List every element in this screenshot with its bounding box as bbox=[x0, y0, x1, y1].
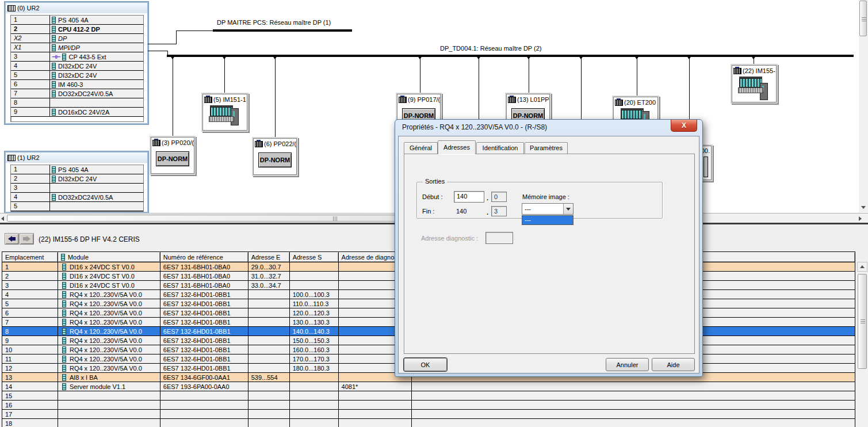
bus-tap-icon bbox=[526, 55, 531, 59]
table-cell: 170.0...170.3 bbox=[290, 354, 339, 364]
selected-slave-title: (22) IM155-6 DP HF V4.2 CERIS bbox=[39, 235, 140, 243]
table-row[interactable]: 17 bbox=[2, 410, 855, 419]
scroll-left-button[interactable] bbox=[0, 214, 5, 223]
rack-slot-row[interactable]: 2CPU 412-2 DP bbox=[11, 25, 143, 34]
table-row[interactable]: 14Server module V1.16ES7 193-6PA00-0AA04… bbox=[2, 382, 855, 391]
dp-master-network-1[interactable] bbox=[213, 29, 352, 32]
table-cell: 539...554 bbox=[248, 373, 290, 382]
module-icon bbox=[62, 365, 66, 372]
slot-module: ⊣⊢CP 443-5 Ext bbox=[50, 52, 143, 61]
slot-number: 1 bbox=[11, 165, 50, 174]
table-row[interactable]: 18 bbox=[2, 419, 855, 427]
slot-number: 6 bbox=[11, 80, 50, 89]
rack-slot-row[interactable]: 5DI32xDC 24V bbox=[11, 71, 143, 80]
table-cell: 6ES7 131-6BH01-0BA0 bbox=[160, 281, 248, 290]
rack-slot-row[interactable]: 6IM 460-3 bbox=[11, 80, 143, 89]
table-cell bbox=[290, 262, 339, 272]
bus1-connector bbox=[176, 30, 213, 31]
tab-identification[interactable]: Identification bbox=[476, 142, 524, 154]
bus-tap-icon bbox=[578, 55, 584, 59]
tab-parametres[interactable]: Paramètres bbox=[525, 142, 568, 154]
rack-slot-row[interactable]: X2DP bbox=[11, 34, 143, 43]
module-icon bbox=[62, 319, 66, 326]
device-graphic-sliver bbox=[703, 157, 708, 177]
rack-slot-row[interactable]: 5 bbox=[11, 202, 143, 211]
column-header: Emplacement bbox=[2, 252, 58, 262]
node-label: (9) PP017/( bbox=[408, 96, 440, 103]
table-cell bbox=[248, 290, 290, 299]
module-icon bbox=[52, 72, 56, 79]
dp-slave-node-6[interactable]: (6) PP022/( DP-NORM bbox=[253, 138, 297, 175]
module-icon bbox=[62, 291, 66, 298]
table-row[interactable]: 15 bbox=[2, 391, 855, 401]
node-label: (6) PP022/( bbox=[264, 140, 296, 147]
memoire-image-dropdown-option[interactable]: --- bbox=[522, 215, 573, 225]
slot-number: 2 bbox=[11, 174, 50, 183]
rack-slot-row[interactable]: 1PS 405 4A bbox=[11, 165, 143, 174]
dp-slave-icon bbox=[152, 139, 160, 146]
properties-dialog: Propriétés - RQ4 x 120..230V/5A V0.0 - (… bbox=[395, 119, 703, 377]
slot-module: DO32xDC24V/0.5A bbox=[50, 193, 143, 201]
table-cell: 13 bbox=[2, 373, 58, 382]
rack-slot-row[interactable]: 4DI32xDC 24V bbox=[11, 62, 143, 71]
debut-label: Début : bbox=[422, 193, 442, 200]
module-name: MPI/DP bbox=[58, 44, 80, 51]
rack-slot-row[interactable]: 7DO32xDC24V/0.5A bbox=[11, 89, 143, 98]
adresses-tab-page: Sorties Début : 140 . 0 Fin : 140 . 3 Mé… bbox=[404, 154, 695, 354]
slot-number: 7 bbox=[11, 89, 50, 98]
table-cell: RQ4 x 120..230V/5A V0.0 bbox=[58, 345, 160, 354]
chevron-down-icon[interactable] bbox=[563, 204, 573, 214]
scroll-down-button[interactable] bbox=[859, 203, 868, 212]
table-cell: RQ4 x 120..230V/5A V0.0 bbox=[58, 318, 160, 327]
slot-module: IM 460-3 bbox=[50, 80, 143, 89]
module-name: IM 460-3 bbox=[58, 81, 83, 88]
memoire-image-label: Mémoire image : bbox=[522, 193, 569, 200]
slot-number: X2 bbox=[11, 34, 50, 43]
rack-slot-row[interactable]: 2DI32xDC 24V bbox=[11, 174, 143, 184]
dp-slave-node-5[interactable]: (5) IM151-1 bbox=[202, 94, 247, 131]
dp-slave-node-3[interactable]: (3) PP020/( DP-NORM bbox=[151, 137, 194, 174]
close-icon[interactable]: X bbox=[671, 120, 697, 132]
scroll-up-button[interactable] bbox=[857, 262, 867, 272]
rack-slot-row[interactable]: 9DO16xDC 24V/2A bbox=[11, 108, 143, 117]
hw-config-station-window: (0) UR2 1PS 405 4A2CPU 412-2 DPX2DPX1MPI… bbox=[0, 0, 868, 427]
module-name: DI32xDC 24V bbox=[58, 176, 97, 182]
memoire-image-combobox[interactable]: --- bbox=[522, 203, 573, 215]
dp-slave-icon bbox=[204, 96, 212, 103]
table-cell bbox=[412, 410, 855, 419]
top-vertical-scrollbar[interactable] bbox=[859, 0, 868, 212]
dp-slave-node-22[interactable]: (22) IM155- bbox=[732, 65, 777, 102]
tab-adresses[interactable]: Adresses bbox=[438, 140, 476, 154]
bottom-vertical-scrollbar[interactable] bbox=[856, 262, 868, 427]
scroll-right-button[interactable] bbox=[855, 214, 865, 223]
debut-bit-box: 0 bbox=[491, 192, 507, 202]
next-slave-button[interactable] bbox=[20, 233, 34, 245]
rack-slot-row[interactable]: 1PS 405 4A bbox=[11, 16, 143, 25]
rack-slot-row[interactable]: 4DO32xDC24V/0.5A bbox=[11, 193, 143, 202]
help-button[interactable]: Aide bbox=[652, 358, 695, 371]
debut-input[interactable]: 140 bbox=[454, 191, 484, 203]
dp-master-network-2-label: DP_TD004.1: Réseau maître DP (2) bbox=[440, 45, 541, 52]
im151-device-graphic bbox=[208, 105, 242, 129]
table-cell bbox=[290, 281, 339, 290]
ok-button[interactable]: OK bbox=[404, 358, 447, 371]
rack-1-window[interactable]: (1) UR2 1PS 405 4A2DI32xDC 24V34DO32xDC2… bbox=[5, 151, 148, 213]
fin-label: Fin : bbox=[422, 208, 434, 215]
adresse-diagnostic-label: Adresse diagnostic : bbox=[421, 235, 478, 242]
rack-0-window[interactable]: (0) UR2 1PS 405 4A2CPU 412-2 DPX2DPX1MPI… bbox=[5, 2, 148, 124]
module-icon bbox=[62, 337, 66, 344]
tab-general[interactable]: Général bbox=[404, 142, 438, 154]
module-icon bbox=[62, 282, 66, 289]
rack-slot-row[interactable]: 3 bbox=[11, 184, 143, 193]
rack-slot-row[interactable]: X1MPI/DP bbox=[11, 43, 143, 52]
table-row[interactable]: 16 bbox=[2, 401, 855, 410]
table-cell bbox=[248, 410, 290, 419]
previous-slave-button[interactable] bbox=[5, 233, 19, 245]
module-icon bbox=[61, 254, 65, 261]
rack-slot-row[interactable]: 8 bbox=[11, 98, 143, 108]
cancel-button[interactable]: Annuler bbox=[606, 358, 649, 371]
column-header: Adresse S bbox=[290, 252, 339, 262]
table-cell: 120.0...120.3 bbox=[290, 308, 339, 318]
table-cell bbox=[290, 419, 339, 427]
rack-slot-row[interactable]: 3⊣⊢CP 443-5 Ext bbox=[11, 52, 143, 62]
